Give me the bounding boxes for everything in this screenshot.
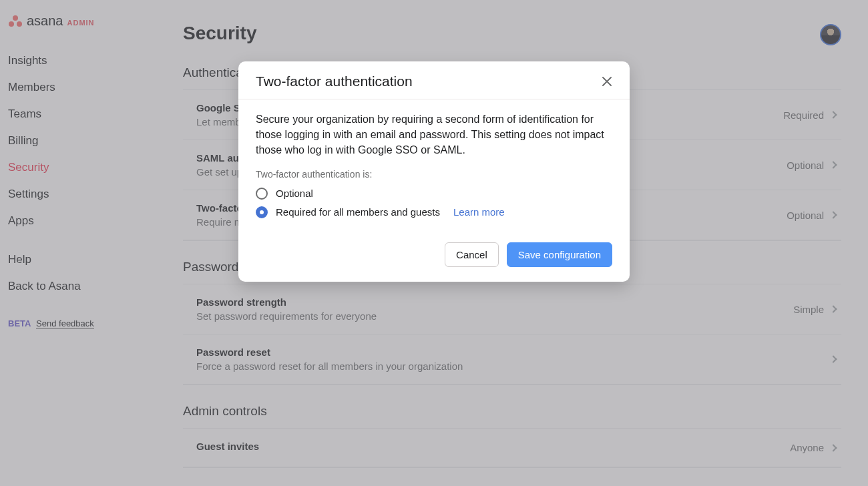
cancel-button[interactable]: Cancel [445,242,499,267]
close-icon[interactable] [602,76,612,87]
radio-selected-icon [256,206,268,218]
radio-unselected-icon [256,188,268,200]
radio-option-label: Required for all members and guests [276,206,440,218]
two-factor-modal: Two-factor authentication Secure your or… [238,61,630,282]
modal-description: Secure your organization by requiring a … [256,111,612,158]
modal-overlay[interactable]: Two-factor authentication Secure your or… [0,0,868,486]
save-configuration-button[interactable]: Save configuration [507,242,612,267]
radio-option-label: Optional [276,188,313,199]
radio-option-required[interactable]: Required for all members and guests Lear… [256,206,612,218]
radio-option-optional[interactable]: Optional [256,188,612,200]
radio-group-label: Two-factor authentication is: [256,169,612,180]
learn-more-link[interactable]: Learn more [453,206,505,218]
modal-title: Two-factor authentication [256,73,413,89]
